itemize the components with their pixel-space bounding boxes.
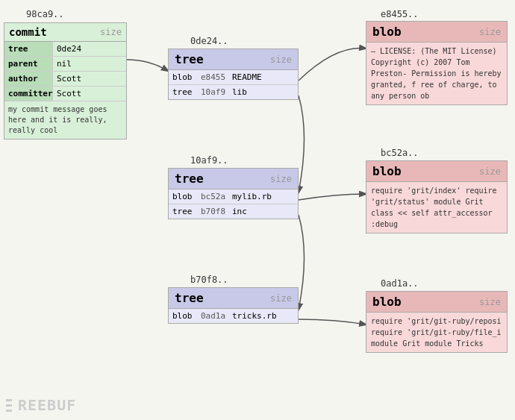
tree3-name-0: tricks.rb	[228, 309, 281, 323]
blob2-content: require 'grit/index' require 'grit/statu…	[366, 182, 507, 233]
tree3-header: tree size	[169, 288, 298, 309]
commit-sha-label: 98ca9..	[26, 9, 64, 19]
tree2-header: tree size	[169, 169, 298, 189]
tree2-name-0: mylib.rb	[228, 189, 275, 204]
blob2-sha-label: bc52a..	[381, 148, 419, 158]
tree1-type-1: tree	[169, 85, 197, 99]
tree3-type-0: blob	[169, 309, 197, 323]
watermark: REEBUF	[6, 396, 76, 414]
blob1-title: blob	[372, 25, 402, 39]
blob1-sha-label: e8455..	[381, 9, 419, 19]
commit-box-header: commit size	[4, 23, 126, 42]
tree1-box: tree size blob e8455 README tree 10af9 l…	[168, 48, 299, 100]
tree2-name-1: inc	[228, 204, 251, 219]
tree1-size-label: size	[270, 54, 292, 65]
tree3-title: tree	[175, 291, 204, 305]
tree1-name-0: README	[228, 70, 266, 84]
blob3-content: require 'grit/git-ruby/reposi require 'g…	[366, 313, 507, 352]
blob1-header: blob size	[366, 22, 507, 43]
blob1-box: blob size — LICENSE: (The MIT License) C…	[366, 21, 508, 105]
commit-val-parent: nil	[53, 57, 75, 71]
commit-row-author: author Scott	[4, 72, 126, 87]
tree1-header: tree size	[169, 49, 298, 70]
blob3-title: blob	[372, 295, 402, 309]
tree2-hash-0: bc52a	[197, 189, 228, 204]
tree1-hash-0: e8455	[197, 70, 228, 84]
tree2-type-0: blob	[169, 189, 197, 204]
tree2-type-1: tree	[169, 204, 197, 219]
tree2-row-1: tree b70f8 inc	[169, 204, 298, 219]
tree2-hash-1: b70f8	[197, 204, 228, 219]
tree1-row-1: tree 10af9 lib	[169, 85, 298, 99]
tree1-row-0: blob e8455 README	[169, 70, 298, 85]
tree1-name-1: lib	[228, 85, 251, 99]
commit-key-tree: tree	[4, 42, 53, 56]
tree3-row-0: blob 0ad1a tricks.rb	[169, 309, 298, 323]
commit-message: my commit message goes here and it is re…	[4, 101, 126, 139]
commit-val-committer: Scott	[53, 87, 85, 101]
commit-box: commit size tree 0de24 parent nil author…	[4, 22, 127, 140]
blob3-sha-label: 0ad1a..	[381, 278, 419, 289]
tree1-type-0: blob	[169, 70, 197, 84]
commit-key-committer: committer	[4, 87, 53, 101]
blob2-title: blob	[372, 164, 402, 178]
commit-val-author: Scott	[53, 72, 85, 86]
tree3-size-label: size	[270, 293, 292, 304]
blob2-header: blob size	[366, 161, 507, 182]
tree3-sha-label: b70f8..	[190, 275, 228, 285]
commit-size-label: size	[100, 27, 122, 37]
blob3-box: blob size require 'grit/git-ruby/reposi …	[366, 291, 508, 353]
tree2-box: tree size blob bc52a mylib.rb tree b70f8…	[168, 168, 299, 219]
blob3-header: blob size	[366, 292, 507, 313]
blob1-content: — LICENSE: (The MIT License) Copyright (…	[366, 43, 507, 104]
commit-key-parent: parent	[4, 57, 53, 71]
commit-row-tree: tree 0de24	[4, 42, 126, 57]
blob2-size-label: size	[479, 166, 501, 177]
tree3-hash-0: 0ad1a	[197, 309, 228, 323]
tree2-sha-label: 10af9..	[190, 155, 228, 166]
tree3-box: tree size blob 0ad1a tricks.rb	[168, 287, 299, 324]
blob3-size-label: size	[479, 297, 501, 307]
commit-title: commit	[9, 26, 47, 38]
watermark-text: REEBUF	[18, 396, 76, 414]
tree2-title: tree	[175, 172, 204, 186]
tree2-size-label: size	[270, 174, 292, 184]
commit-key-author: author	[4, 72, 53, 86]
blob2-box: blob size require 'grit/index' require '…	[366, 160, 508, 233]
commit-row-parent: parent nil	[4, 57, 126, 72]
tree1-hash-1: 10af9	[197, 85, 228, 99]
diagram: 98ca9.. commit size tree 0de24 parent ni…	[0, 0, 515, 388]
tree1-title: tree	[175, 52, 204, 66]
commit-row-committer: committer Scott	[4, 87, 126, 101]
blob1-size-label: size	[479, 27, 501, 37]
commit-val-tree: 0de24	[53, 42, 85, 56]
tree1-sha-label: 0de24..	[190, 36, 228, 46]
tree2-row-0: blob bc52a mylib.rb	[169, 189, 298, 204]
